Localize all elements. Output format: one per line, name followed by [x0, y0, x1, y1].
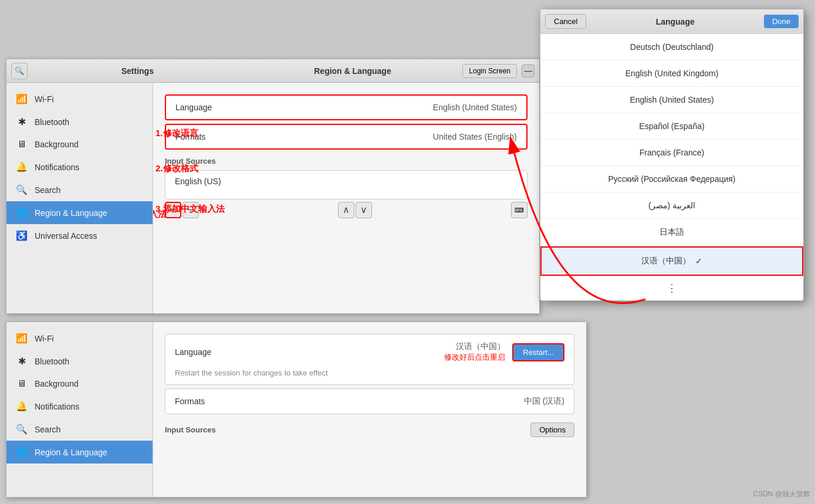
- bottom-sidebar-label-background: Background: [35, 379, 79, 388]
- top-sidebar: 📶 Wi-Fi ✱ Bluetooth 🖥 Background 🔔 Notif…: [6, 83, 153, 313]
- settings-label: Settings: [32, 66, 243, 76]
- sidebar-item-region[interactable]: 🌐 Region & Language: [6, 201, 153, 224]
- wifi-icon: 📶: [16, 93, 28, 104]
- input-source-english: English (US): [175, 177, 518, 186]
- language-restart-row: Language 汉语（中国） 修改好后点击重启 Restart... Rest…: [165, 334, 574, 385]
- search-icon: 🔍: [16, 184, 28, 195]
- sidebar-label-universal: Universal Access: [35, 231, 97, 241]
- lang-item-chinese[interactable]: 汉语（中国） ✓: [540, 246, 803, 276]
- language-list: Deutsch (Deutschland) English (United Ki…: [540, 34, 803, 276]
- bottom-main-content: Language 汉语（中国） 修改好后点击重启 Restart... Rest…: [153, 322, 586, 497]
- search-button[interactable]: 🔍: [11, 63, 28, 79]
- bottom-sidebar-item-region[interactable]: 🌐 Region & Language: [6, 441, 153, 464]
- top-titlebar: 🔍 Settings Region & Language Login Scree…: [6, 59, 539, 83]
- bottom-bluetooth-icon: ✱: [16, 356, 28, 367]
- sidebar-item-universal[interactable]: ♿ Universal Access: [6, 224, 153, 247]
- language-label: Language: [175, 103, 212, 112]
- move-up-button[interactable]: ∧: [338, 202, 354, 218]
- input-sources-title: Input Sources: [165, 157, 527, 165]
- language-setting-row[interactable]: Language English (United States): [165, 94, 527, 120]
- panel-title: Region & Language: [248, 66, 458, 76]
- bottom-region-icon: 🌐: [16, 447, 28, 458]
- top-main-content: 1.修改语言 Language English (United States) …: [153, 83, 539, 313]
- region-icon: 🌐: [16, 207, 28, 218]
- lang-chinese-check: ✓: [695, 256, 702, 266]
- notifications-icon: 🔔: [16, 161, 28, 172]
- move-down-button[interactable]: ∨: [356, 202, 372, 218]
- bottom-sidebar-label-region: Region & Language: [35, 448, 107, 457]
- keyboard-settings-button[interactable]: ⌨: [511, 202, 527, 218]
- minimize-button[interactable]: —: [522, 65, 535, 77]
- sidebar-item-notifications[interactable]: 🔔 Notifications: [6, 155, 153, 178]
- bottom-sidebar-item-background[interactable]: 🖥 Background: [6, 373, 153, 395]
- lang-item-espanol[interactable]: Español (España): [540, 113, 803, 140]
- lang-item-francais[interactable]: Français (France): [540, 140, 803, 166]
- lang-cancel-button[interactable]: Cancel: [545, 14, 586, 29]
- lang-item-en-uk[interactable]: English (United Kingdom): [540, 60, 803, 87]
- top-settings-panel: 🔍 Settings Region & Language Login Scree…: [6, 59, 540, 314]
- restart-button[interactable]: Restart...: [512, 343, 564, 361]
- restart-hint: 修改好后点击重启: [218, 352, 505, 363]
- bottom-sidebar-label-wifi: Wi-Fi: [35, 334, 54, 343]
- bottom-sidebar-label-bluetooth: Bluetooth: [35, 357, 69, 366]
- bottom-language-value: 汉语（中国）: [218, 341, 505, 352]
- bottom-notifications-icon: 🔔: [16, 401, 28, 412]
- csdn-watermark: CSDN @烛火萤辉: [753, 489, 810, 499]
- bottom-language-label: Language: [175, 347, 211, 357]
- bottom-search-icon: 🔍: [16, 424, 28, 435]
- background-icon: 🖥: [16, 139, 28, 150]
- sidebar-item-search[interactable]: 🔍 Search: [6, 178, 153, 201]
- annotation-label-1: 1.修改语言: [155, 128, 198, 139]
- annotation-label-3: 3.添加中文输入法: [155, 204, 225, 215]
- lang-item-deutsch[interactable]: Deutsch (Deutschland): [540, 34, 803, 60]
- bluetooth-icon: ✱: [16, 116, 28, 127]
- options-button[interactable]: Options: [530, 422, 574, 437]
- bottom-sidebar-item-wifi[interactable]: 📶 Wi-Fi: [6, 327, 153, 350]
- login-screen-button[interactable]: Login Screen: [462, 64, 517, 78]
- lang-item-russian[interactable]: Русский (Российская Федерация): [540, 166, 803, 192]
- bottom-formats-value: 中国 (汉语): [524, 396, 564, 407]
- lang-item-japanese[interactable]: 日本語: [540, 219, 803, 246]
- lang-dialog-titlebar: Cancel Language Done: [540, 9, 803, 34]
- bottom-sidebar: 📶 Wi-Fi ✱ Bluetooth 🖥 Background 🔔 Notif…: [6, 322, 153, 497]
- lang-chinese-label: 汉语（中国）: [641, 256, 691, 266]
- language-value: English (United States): [433, 103, 517, 112]
- sidebar-label-notifications: Notifications: [35, 163, 79, 172]
- restart-row-inner: Language 汉语（中国） 修改好后点击重启 Restart...: [175, 341, 564, 363]
- input-sources-list: English (US): [165, 170, 527, 199]
- sidebar-label-bluetooth: Bluetooth: [35, 117, 69, 127]
- bottom-wifi-icon: 📶: [16, 333, 28, 344]
- formats-setting-row[interactable]: Formats United States (English): [165, 124, 527, 150]
- bottom-formats-label: Formats: [175, 397, 205, 406]
- lang-dialog-title: Language: [586, 17, 763, 26]
- lang-item-arabic[interactable]: العربية (مصر): [540, 192, 803, 219]
- bottom-sidebar-item-bluetooth[interactable]: ✱ Bluetooth: [6, 350, 153, 373]
- sidebar-item-bluetooth[interactable]: ✱ Bluetooth: [6, 110, 153, 133]
- top-panel-body: 📶 Wi-Fi ✱ Bluetooth 🖥 Background 🔔 Notif…: [6, 83, 539, 313]
- bottom-sidebar-item-notifications[interactable]: 🔔 Notifications: [6, 395, 153, 418]
- sidebar-label-region: Region & Language: [35, 208, 107, 218]
- bottom-settings-panel: 📶 Wi-Fi ✱ Bluetooth 🖥 Background 🔔 Notif…: [6, 322, 587, 498]
- language-dialog: Cancel Language Done Deutsch (Deutschlan…: [540, 9, 804, 301]
- universal-icon: ♿: [16, 230, 28, 241]
- lang-more-button[interactable]: ⋮: [540, 276, 803, 300]
- bottom-sidebar-item-search[interactable]: 🔍 Search: [6, 418, 153, 441]
- restart-notice: Restart the session for changes to take …: [175, 368, 564, 377]
- lang-item-en-us[interactable]: English (United States): [540, 87, 803, 113]
- sidebar-label-wifi: Wi-Fi: [35, 94, 54, 104]
- bottom-sidebar-label-search: Search: [35, 425, 60, 434]
- bottom-formats-row[interactable]: Formats 中国 (汉语): [165, 388, 574, 414]
- sidebar-item-wifi[interactable]: 📶 Wi-Fi: [6, 87, 153, 110]
- language-value-group: 汉语（中国） 修改好后点击重启: [218, 341, 505, 363]
- annotation-label-2: 2.修改格式: [155, 163, 198, 174]
- sidebar-label-search: Search: [35, 185, 60, 195]
- formats-value: United States (English): [433, 132, 517, 141]
- sidebar-item-background[interactable]: 🖥 Background: [6, 133, 153, 155]
- bottom-sidebar-label-notifications: Notifications: [35, 402, 79, 411]
- bottom-input-sources-title: Input Sources: [165, 425, 216, 434]
- sidebar-label-background: Background: [35, 140, 79, 149]
- lang-done-button[interactable]: Done: [764, 15, 799, 28]
- bottom-background-icon: 🖥: [16, 378, 28, 389]
